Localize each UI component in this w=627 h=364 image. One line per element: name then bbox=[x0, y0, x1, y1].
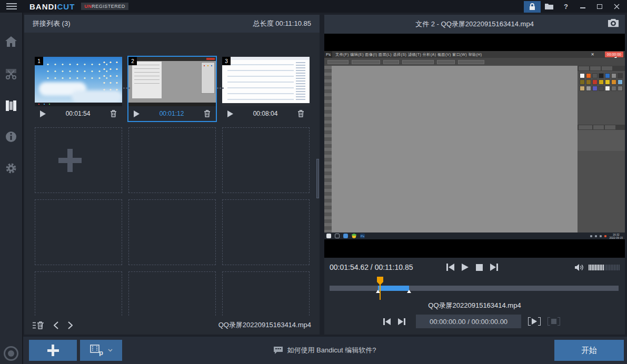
selected-file-name: QQ录屏20220915163414.mp4 bbox=[218, 320, 311, 330]
settings-gear-icon[interactable] bbox=[0, 159, 22, 177]
empty-slot-add[interactable] bbox=[35, 127, 122, 193]
minimize-icon[interactable] bbox=[574, 0, 591, 13]
close-icon[interactable] bbox=[608, 0, 625, 13]
clip-number-badge: 2 bbox=[128, 57, 137, 65]
next-frame-icon[interactable] bbox=[490, 264, 498, 271]
prev-page-chevron-icon[interactable] bbox=[54, 321, 58, 329]
video-frame-content: Ps 文件(F) 编辑(E) 图像(I) 图层(L) 选择(S) 滤镜(T) 分… bbox=[324, 51, 625, 239]
clip-cell-2[interactable]: 2 00:01:12 bbox=[128, 57, 216, 121]
record-icon[interactable] bbox=[4, 346, 18, 361]
open-folder-icon[interactable] bbox=[541, 0, 558, 13]
lock-icon[interactable] bbox=[524, 1, 541, 13]
snapshot-camera-icon[interactable] bbox=[608, 19, 619, 27]
recording-close-glyph: ✕ bbox=[591, 52, 594, 57]
ps-toolbar bbox=[324, 66, 332, 232]
clip-play-icon[interactable] bbox=[227, 110, 233, 117]
clip-duration: 00:01:12 bbox=[140, 110, 204, 117]
empty-slot bbox=[128, 271, 216, 316]
ps-logo: Ps bbox=[324, 51, 332, 58]
list-scrollbar-thumb[interactable] bbox=[316, 159, 319, 198]
clip-number-badge: 1 bbox=[35, 57, 43, 65]
playhead-pin[interactable] bbox=[376, 277, 384, 300]
empty-slot bbox=[128, 199, 216, 265]
segment-controls-row: 00:00:00.00 / 00:00:00.00 bbox=[324, 312, 625, 330]
info-icon[interactable] bbox=[0, 128, 22, 146]
join-filmstrip-icon[interactable] bbox=[0, 97, 22, 115]
start-icon bbox=[326, 234, 331, 238]
clip-play-icon[interactable] bbox=[40, 110, 46, 117]
play-segment-button[interactable] bbox=[528, 317, 541, 326]
video-preview[interactable]: Ps 文件(F) 编辑(E) 图像(I) 图层(L) 选择(S) 滤镜(T) 分… bbox=[324, 34, 625, 258]
next-page-chevron-icon[interactable] bbox=[68, 321, 73, 329]
previous-frame-icon[interactable] bbox=[446, 264, 454, 271]
seek-bar-track[interactable] bbox=[330, 286, 619, 291]
player-header: 文件 2 - QQ录屏20220915163414.mp4 bbox=[324, 15, 625, 34]
cut-scissors-icon[interactable] bbox=[0, 65, 22, 83]
volume-control[interactable] bbox=[575, 264, 620, 271]
help-icon[interactable]: ? bbox=[558, 0, 574, 13]
clip-cell-1[interactable]: 1 00:01:54 bbox=[35, 57, 122, 121]
stop-icon[interactable] bbox=[476, 264, 483, 271]
taskbar-date: 2022-09-15 bbox=[609, 236, 623, 239]
clip-number-badge: 3 bbox=[222, 57, 231, 65]
clip-thumbnail-2[interactable]: 2 bbox=[128, 57, 216, 106]
volume-bars[interactable] bbox=[589, 265, 620, 270]
browser-icon bbox=[343, 234, 348, 238]
clip-thumbnail-3[interactable]: 3 bbox=[222, 57, 310, 106]
segment-time-display[interactable]: 00:00:00.00 / 00:00:00.00 bbox=[416, 315, 521, 328]
segment-start-jump-icon[interactable] bbox=[383, 318, 391, 325]
play-icon[interactable] bbox=[462, 264, 469, 271]
clip-delete-icon[interactable] bbox=[297, 110, 304, 117]
bottom-bar: 如何使用 Bandicut 编辑软件? p 开始 bbox=[23, 337, 627, 364]
join-list-panel: 拼接列表 (3) 总长度 00:11:10.85 1 00:01:54 2 bbox=[24, 15, 320, 335]
clip-play-icon[interactable] bbox=[134, 110, 140, 117]
add-file-button[interactable] bbox=[29, 340, 77, 361]
chevron-down-icon bbox=[108, 349, 113, 352]
start-button[interactable]: 开始 bbox=[554, 340, 624, 361]
playback-time: 00:01:54.62 / 00:11:10.85 bbox=[330, 263, 413, 271]
join-list-title: 拼接列表 (3) bbox=[33, 19, 71, 28]
chat-bubble-icon bbox=[274, 347, 283, 354]
ps-color-swatches bbox=[578, 71, 625, 93]
total-duration: 总长度 00:11:10.85 bbox=[253, 19, 311, 28]
join-list-footer: QQ录屏20220915163414.mp4 bbox=[24, 316, 320, 335]
segment-end-marker[interactable] bbox=[407, 290, 411, 293]
hamburger-menu-icon[interactable] bbox=[0, 0, 23, 13]
empty-slot bbox=[35, 199, 122, 265]
playback-controls-row: 00:01:54.62 / 00:11:10.85 bbox=[324, 258, 625, 277]
logo-text-primary: BANDI bbox=[29, 2, 57, 11]
clip-connector-dots bbox=[216, 87, 224, 89]
player-panel: 文件 2 - QQ录屏20220915163414.mp4 Ps 文件(F) 编… bbox=[324, 15, 625, 335]
empty-slot bbox=[222, 127, 310, 193]
maximize-icon[interactable] bbox=[591, 0, 608, 13]
empty-slot bbox=[35, 271, 122, 316]
title-bar: BANDICUT UNREGISTERED ? bbox=[0, 0, 627, 13]
clear-list-icon[interactable] bbox=[33, 321, 44, 329]
output-format-button[interactable]: p bbox=[80, 340, 122, 361]
unregistered-badge: UNREGISTERED bbox=[81, 3, 128, 10]
segment-end-jump-icon[interactable] bbox=[398, 318, 405, 325]
home-icon[interactable] bbox=[0, 33, 22, 50]
antivirus-icon bbox=[352, 234, 356, 238]
clip-delete-icon[interactable] bbox=[204, 110, 211, 117]
recording-timer-badge: 00:00:00 bbox=[605, 52, 623, 57]
seek-bar-zone bbox=[324, 277, 625, 302]
logo-text-accent: CUT bbox=[57, 2, 75, 11]
stop-segment-button bbox=[548, 317, 560, 326]
photoshop-taskbar-icon: Ps bbox=[360, 234, 365, 238]
window-controls: ? bbox=[524, 0, 627, 13]
ps-menu-items: 文件(F) 编辑(E) 图像(I) 图层(L) 选择(S) 滤镜(T) 分析(A… bbox=[335, 52, 482, 57]
join-list-header: 拼接列表 (3) 总长度 00:11:10.85 bbox=[24, 15, 320, 33]
join-list-grid: 1 00:01:54 2 00:01:12 bbox=[24, 33, 320, 316]
clip-delete-icon[interactable] bbox=[110, 110, 117, 117]
ps-panels bbox=[578, 66, 625, 232]
help-text[interactable]: 如何使用 Bandicut 编辑软件? bbox=[287, 346, 376, 355]
clip-thumbnail-1[interactable]: 1 bbox=[35, 57, 122, 106]
ps-canvas bbox=[332, 66, 578, 232]
clip-duration: 00:08:04 bbox=[233, 110, 297, 117]
empty-slot bbox=[128, 127, 216, 193]
clip-cell-3[interactable]: 3 00:08:04 bbox=[222, 57, 310, 121]
windows-taskbar: Ps 16:32 2022-09-15 bbox=[324, 232, 625, 239]
empty-slot bbox=[222, 199, 310, 265]
output-format-icon: p bbox=[90, 345, 104, 356]
